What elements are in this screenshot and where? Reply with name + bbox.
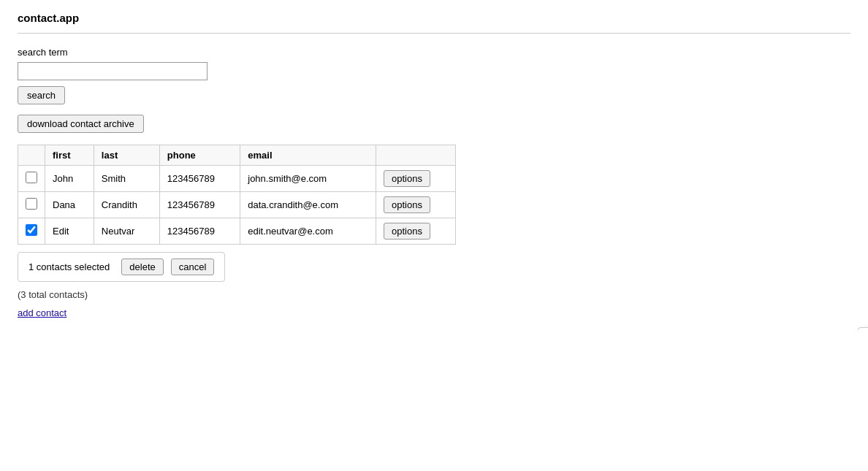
last-name-cell: Crandith [94,192,159,218]
table-row: Dana Crandith 123456789 data.crandith@e.… [18,192,456,218]
options-button-3[interactable]: options [384,223,430,240]
email-cell: data.crandith@e.com [240,192,376,218]
checkbox-cell[interactable] [18,218,45,245]
table-row: John Smith 123456789 john.smith@e.com op… [18,166,456,192]
table-header-row: first last phone email [18,145,456,166]
contacts-table: first last phone email John Smith 123456… [18,145,456,245]
options-cell: options [376,192,456,218]
col-header-phone: phone [159,145,240,166]
options-cell: options [376,218,456,245]
row-checkbox-3[interactable] [26,224,37,236]
delete-selected-button[interactable]: delete [121,259,163,275]
col-header-options [376,145,456,166]
email-cell: edit.neutvar@e.com [240,218,376,245]
search-label: search term [18,47,850,58]
checkbox-cell[interactable] [18,166,45,192]
options-button-2[interactable]: options [384,196,430,213]
col-header-last: last [94,145,159,166]
selection-bar: 1 contacts selected delete cancel [18,252,225,282]
phone-cell: 123456789 [159,166,240,192]
first-name-cell: John [45,166,94,192]
table-row: Edit Neutvar 123456789 edit.neutvar@e.co… [18,218,456,245]
app-title: contact.app [18,12,850,34]
col-header-checkbox [18,145,45,166]
phone-cell: 123456789 [159,218,240,245]
email-cell: john.smith@e.com [240,166,376,192]
total-contacts-text: (3 total contacts) [18,289,850,300]
add-contact-link[interactable]: add contact [18,307,66,318]
download-archive-button[interactable]: download contact archive [18,115,144,133]
options-button-1[interactable]: options [384,170,430,187]
search-input[interactable] [18,62,208,80]
first-name-cell: Dana [45,192,94,218]
selection-count-text: 1 contacts selected [28,261,110,272]
checkbox-cell[interactable] [18,192,45,218]
col-header-email: email [240,145,376,166]
phone-cell: 123456789 [159,192,240,218]
options-dropdown: edit view delete [858,327,868,330]
last-name-cell: Neutvar [94,218,159,245]
col-header-first: first [45,145,94,166]
search-button[interactable]: search [18,86,65,104]
options-cell: options [376,166,456,192]
last-name-cell: Smith [94,166,159,192]
cancel-selection-button[interactable]: cancel [171,259,215,275]
first-name-cell: Edit [45,218,94,245]
row-checkbox-1[interactable] [26,172,37,183]
row-checkbox-2[interactable] [26,198,37,210]
contacts-table-wrapper: first last phone email John Smith 123456… [18,145,850,245]
